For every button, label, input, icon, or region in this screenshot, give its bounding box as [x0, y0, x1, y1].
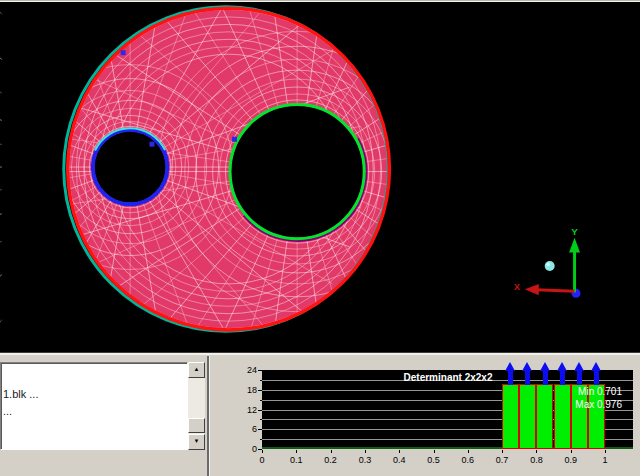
x-tick-mark [468, 450, 469, 453]
histogram-max-value: Max 0.976 [540, 399, 622, 410]
x-tick-mark [365, 450, 366, 453]
histogram-min-value: Min 0.701 [540, 386, 622, 397]
up-arrow-icon [540, 362, 550, 371]
up-arrow-icon [574, 362, 584, 371]
preview-sphere-highlight [546, 263, 550, 267]
x-tick-mark [571, 450, 572, 453]
up-arrow-stem [508, 371, 513, 385]
mesh-canvas[interactable]: YX [0, 2, 640, 352]
bottom-panel: 1.blk ...... ▲ ▼ Determinant 2x2x2 Min 0… [0, 352, 640, 476]
y-tick-mark [258, 390, 262, 391]
x-tick-mark [434, 450, 435, 453]
y-axis-label: Y [571, 226, 578, 237]
vertex-marker[interactable] [149, 142, 154, 147]
x-tick-mark [262, 450, 263, 453]
x-tick-mark [399, 450, 400, 453]
y-tick-label: 6 [235, 424, 257, 434]
x-tick-label: 0.6 [455, 455, 481, 465]
histogram-bar [519, 384, 536, 449]
x-tick-label: 0.5 [421, 455, 447, 465]
y-tick-mark [258, 370, 262, 371]
y-tick-label: 24 [235, 365, 257, 375]
scrollbar-thumb[interactable] [188, 418, 205, 433]
up-arrow-icon [591, 362, 601, 371]
panel-ridge-highlight [0, 353, 640, 355]
up-arrow-stem [560, 371, 565, 385]
x-tick-label: 0.4 [386, 455, 412, 465]
list-item[interactable]: 1.blk ... [1, 386, 187, 403]
up-arrow-stem [577, 371, 582, 385]
x-tick-mark [605, 450, 606, 453]
y-tick-label: 12 [235, 405, 257, 415]
y-tick-label: 0 [235, 444, 257, 454]
up-arrow-icon [505, 362, 515, 371]
scroll-up-button[interactable]: ▲ [188, 362, 205, 378]
x-axis-label: X [514, 282, 520, 292]
x-tick-mark [331, 450, 332, 453]
preview-sphere [545, 261, 555, 271]
up-arrow-stem [543, 371, 548, 385]
y-minor-tick [260, 400, 263, 401]
list-item[interactable]: ... [1, 403, 187, 420]
y-minor-tick [260, 380, 263, 381]
y-minor-tick [260, 439, 263, 440]
panel-divider-highlight [209, 356, 210, 476]
x-tick-mark [502, 450, 503, 453]
up-arrow-stem [594, 371, 599, 385]
vertex-marker[interactable] [232, 137, 237, 142]
up-arrow-icon [557, 362, 567, 371]
x-tick-label: 0.8 [523, 455, 549, 465]
app-window: { "window": { "chrome_color": "#d4d0c8",… [0, 0, 640, 476]
y-tick-label: 18 [235, 385, 257, 395]
histogram-bar [502, 384, 519, 449]
x-tick-label: 1 [592, 455, 618, 465]
mesh-viewport[interactable]: YX [0, 2, 640, 352]
listbox-scrollbar[interactable]: ▲ ▼ [188, 362, 205, 450]
x-tick-label: 0.9 [558, 455, 584, 465]
up-arrow-icon [522, 362, 532, 371]
file-listbox[interactable]: 1.blk ...... [0, 362, 188, 450]
x-tick-label: 0.7 [489, 455, 515, 465]
y-tick-mark [258, 429, 262, 430]
x-tick-label: 0.3 [352, 455, 378, 465]
x-tick-mark [296, 450, 297, 453]
x-axis-arrow [537, 290, 575, 291]
scroll-down-button[interactable]: ▼ [188, 434, 205, 450]
vertex-marker[interactable] [121, 50, 126, 55]
y-minor-tick [260, 419, 263, 420]
y-tick-mark [258, 410, 262, 411]
x-tick-label: 0 [249, 455, 275, 465]
big-hole [231, 105, 363, 237]
x-tick-label: 0.2 [318, 455, 344, 465]
up-arrow-stem [525, 371, 530, 385]
x-tick-label: 0.1 [283, 455, 309, 465]
x-tick-mark [536, 450, 537, 453]
